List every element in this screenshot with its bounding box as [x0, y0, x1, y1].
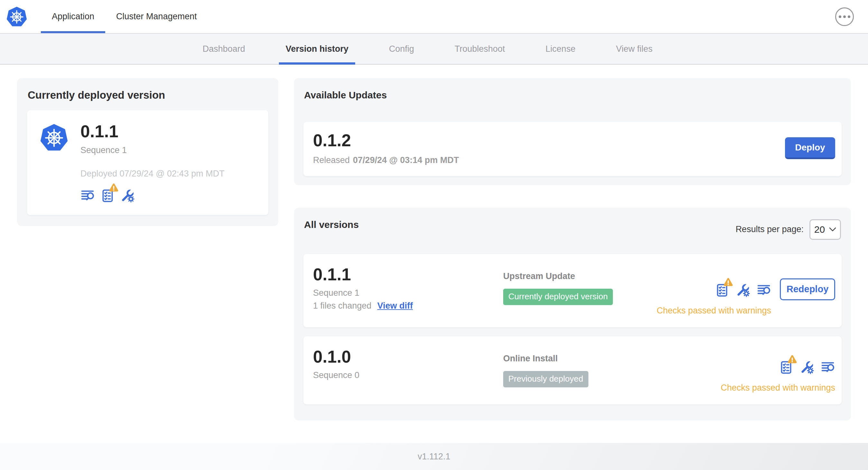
deploy-button[interactable]: Deploy	[785, 137, 835, 159]
update-version-number: 0.1.2	[313, 132, 459, 149]
warning-triangle-icon	[787, 355, 798, 365]
checks-column: Checks passed with warnings	[657, 278, 771, 316]
update-info: 0.1.2 Released07/29/24 @ 03:14 pm MDT	[313, 132, 459, 165]
tab-view-files[interactable]: View files	[596, 34, 673, 64]
row-version-number: 0.1.1	[313, 266, 503, 283]
available-updates-card: Available Updates 0.1.2 Released07/29/24…	[294, 78, 851, 185]
tab-cluster-management-label: Cluster Management	[116, 11, 197, 22]
version-row-info: 0.1.1 Sequence 1 1 files changed View di…	[313, 266, 503, 311]
version-row-0-1-0: 0.1.0 Sequence 0 Online Install Previous…	[303, 336, 842, 404]
version-row-info: 0.1.0 Sequence 0	[313, 348, 503, 381]
deployed-version-number: 0.1.1	[81, 123, 224, 140]
console-version: v1.112.1	[417, 452, 451, 462]
released-prefix: Released	[313, 155, 350, 165]
preflight-status-text: Checks passed with warnings	[657, 306, 771, 316]
tab-config[interactable]: Config	[369, 34, 434, 64]
version-row-0-1-1: 0.1.1 Sequence 1 1 files changed View di…	[303, 254, 842, 327]
all-versions-card: All versions Results per page: 20 0.1.1 …	[294, 208, 851, 421]
tab-dashboard[interactable]: Dashboard	[182, 34, 266, 64]
deployed-sequence: Sequence 1	[81, 145, 224, 155]
status-badge: Currently deployed version	[503, 289, 613, 305]
app-header: Application Cluster Management	[0, 0, 868, 33]
tab-license[interactable]: License	[525, 34, 596, 64]
version-row-icons	[715, 283, 771, 297]
config-values-icon[interactable]	[736, 283, 750, 297]
row-version-number: 0.1.0	[313, 348, 503, 366]
available-updates-title: Available Updates	[304, 90, 842, 101]
results-per-page: Results per page: 20	[736, 219, 841, 240]
chevron-down-icon	[829, 227, 836, 231]
results-per-page-select[interactable]: 20	[809, 219, 841, 240]
release-notes-icon[interactable]	[81, 189, 95, 203]
release-notes-icon[interactable]	[821, 360, 835, 374]
preflight-checks-warning-icon[interactable]	[100, 189, 115, 203]
currently-deployed-version-card: 0.1.1 Sequence 1 Deployed 07/29/24 @ 02:…	[27, 110, 268, 215]
version-row-source: Upstream Update Currently deployed versi…	[503, 271, 657, 305]
tab-application-label: Application	[52, 11, 94, 22]
files-changed-row: 1 files changed View diff	[313, 301, 503, 311]
preflight-status-text: Checks passed with warnings	[721, 383, 835, 393]
tab-version-history[interactable]: Version history	[266, 34, 369, 64]
version-row-actions: Checks passed with warnings	[721, 356, 835, 393]
left-column: Currently deployed version	[17, 78, 278, 226]
redeploy-button[interactable]: Redeploy	[780, 278, 835, 300]
row-sequence: Sequence 0	[313, 370, 503, 380]
preflight-checks-warning-icon[interactable]	[715, 283, 729, 297]
source-label: Upstream Update	[503, 271, 657, 281]
results-per-page-value: 20	[814, 224, 825, 235]
all-versions-title: All versions	[304, 219, 359, 230]
version-row-icons	[779, 360, 835, 374]
files-changed-label: 1 files changed	[313, 301, 372, 311]
results-per-page-label: Results per page:	[736, 224, 804, 234]
view-diff-link[interactable]: View diff	[377, 301, 413, 311]
ellipsis-icon	[839, 15, 841, 18]
ellipsis-menu-button[interactable]	[835, 7, 854, 26]
update-released-line: Released07/29/24 @ 03:14 pm MDT	[313, 155, 459, 165]
version-row-actions: Checks passed with warnings Redeploy	[657, 278, 835, 316]
row-sequence: Sequence 1	[313, 288, 503, 298]
all-versions-header: All versions Results per page: 20	[304, 219, 841, 240]
kubernetes-app-icon	[40, 124, 68, 152]
released-date: 07/29/24 @ 03:14 pm MDT	[353, 155, 459, 165]
right-column: Available Updates 0.1.2 Released07/29/24…	[294, 78, 851, 421]
deployed-timestamp: Deployed 07/29/24 @ 02:43 pm MDT	[81, 169, 224, 179]
config-values-icon[interactable]	[800, 360, 814, 374]
main-content: Currently deployed version	[0, 65, 868, 443]
app-footer: v1.112.1	[0, 443, 868, 470]
source-label: Online Install	[503, 354, 721, 364]
release-notes-icon[interactable]	[757, 283, 771, 297]
warning-triangle-icon	[108, 183, 119, 193]
top-tabs: Application Cluster Management	[41, 0, 208, 33]
warning-triangle-icon	[723, 277, 734, 288]
status-badge: Previously deployed	[503, 371, 588, 388]
deployed-version-icons	[81, 189, 224, 203]
tab-troubleshoot[interactable]: Troubleshoot	[434, 34, 525, 64]
preflight-checks-warning-icon[interactable]	[779, 360, 793, 374]
tab-application[interactable]: Application	[41, 0, 105, 33]
available-update-row: 0.1.2 Released07/29/24 @ 03:14 pm MDT De…	[303, 122, 842, 176]
app-subnav: Dashboard Version history Config Trouble…	[0, 33, 868, 65]
deployed-version-info: 0.1.1 Sequence 1 Deployed 07/29/24 @ 02:…	[81, 123, 224, 203]
tab-cluster-management[interactable]: Cluster Management	[105, 0, 208, 33]
config-values-icon[interactable]	[120, 189, 135, 203]
checks-column: Checks passed with warnings	[721, 356, 835, 393]
currently-deployed-card: Currently deployed version	[17, 78, 278, 226]
version-row-source: Online Install Previously deployed	[503, 354, 721, 388]
kubernetes-logo	[7, 6, 27, 27]
currently-deployed-title: Currently deployed version	[28, 89, 268, 101]
